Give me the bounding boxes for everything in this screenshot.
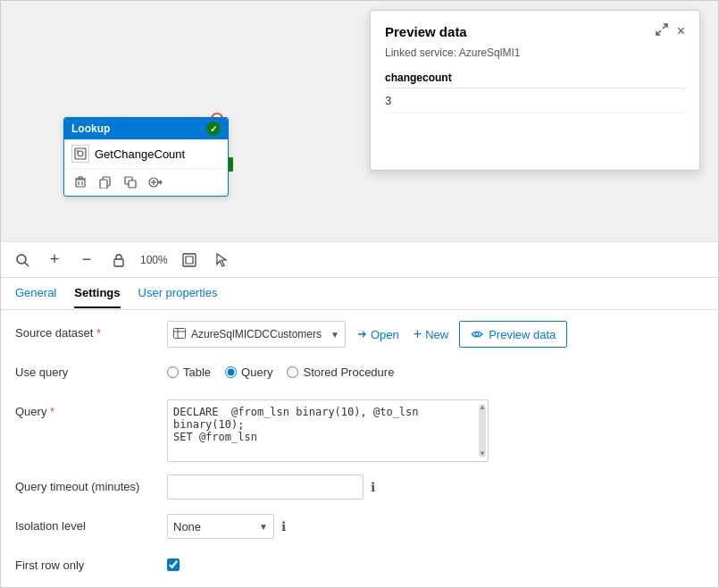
lookup-label: Lookup [71,122,110,135]
first-row-only-row: First row only [15,553,704,580]
preview-subtitle: Linked service: AzureSqlMI1 [385,46,685,59]
lookup-body: GetChangeCount [64,139,228,169]
main-container: Lookup ✓ GetChangeCount [0,0,719,588]
svg-rect-3 [76,180,85,187]
svg-line-2 [77,150,79,152]
query-scrollbar[interactable]: ▲ ▼ [479,404,486,458]
preview-table-row: 3 [385,88,685,113]
svg-point-18 [17,255,26,264]
isolation-level-row: Isolation level None ▼ ℹ [15,514,704,541]
preview-panel: Preview data × Linked service: AzureSqlM… [370,10,700,171]
first-row-only-checkbox[interactable] [167,559,180,571]
radio-table-label: Table [183,365,211,379]
radio-stored-procedure[interactable]: Stored Procedure [287,365,394,379]
isolation-level-label: Isolation level [15,514,167,533]
query-timeout-input[interactable] [167,475,364,500]
expand-icon[interactable] [656,23,668,39]
source-dataset-required: * [96,326,101,340]
svg-rect-21 [183,254,196,266]
open-dataset-button[interactable]: Open [353,328,403,341]
delete-button[interactable] [71,173,89,191]
lookup-node[interactable]: Lookup ✓ GetChangeCount [63,117,229,197]
radio-table-input[interactable] [167,366,179,378]
query-timeout-controls: ℹ [167,475,704,500]
radio-stored-procedure-label: Stored Procedure [303,365,394,379]
use-query-label: Use query [15,360,167,379]
radio-stored-procedure-input[interactable] [287,366,298,378]
isolation-level-select[interactable]: None ▼ [167,514,274,539]
svg-line-19 [25,263,29,266]
preview-panel-title: Preview data [385,24,467,39]
svg-marker-23 [217,254,226,266]
svg-rect-11 [100,180,107,189]
tab-user-properties[interactable]: User properties [138,279,218,308]
svg-rect-26 [174,328,186,338]
dataset-chevron: ▼ [330,330,339,340]
preview-data-button[interactable]: Preview data [459,321,567,348]
first-row-only-checkbox-wrap [167,553,180,571]
source-dataset-label: Source dataset * [15,321,167,340]
first-row-only-controls [167,553,704,571]
preview-header: Preview data × [385,23,685,39]
radio-group: Table Query Stored Procedure [167,360,394,379]
activity-name: GetChangeCount [95,147,185,161]
source-dataset-row: Source dataset * AzureSqlMICDCCustomers … [15,321,704,348]
add-toolbar-button[interactable]: + [44,249,65,271]
lookup-actions [64,169,228,196]
lookup-header: Lookup ✓ [64,118,228,139]
radio-query[interactable]: Query [225,365,272,379]
isolation-level-chevron: ▼ [259,522,268,532]
lookup-activity-icon [71,145,89,163]
fit-toolbar-button[interactable] [179,249,200,271]
tab-settings[interactable]: Settings [74,279,120,308]
new-dataset-button[interactable]: + New [410,327,452,341]
svg-rect-20 [114,259,123,266]
duplicate-button[interactable] [121,173,139,191]
svg-rect-0 [75,148,86,159]
isolation-level-info-icon[interactable]: ℹ [281,519,286,533]
isolation-level-value: None [173,520,255,533]
query-timeout-row: Query timeout (minutes) ℹ [15,475,704,501]
query-timeout-label: Query timeout (minutes) [15,475,167,493]
dataset-select-text: AzureSqlMICDCCustomers [191,328,325,340]
canvas-area: Lookup ✓ GetChangeCount [1,1,718,278]
zoom-toolbar-button[interactable]: 100% [140,249,168,271]
cursor-toolbar-button[interactable] [211,249,232,271]
use-query-controls: Table Query Stored Procedure [167,360,704,379]
first-row-only-label: First row only [15,553,167,572]
svg-rect-13 [129,181,136,188]
close-icon[interactable]: × [677,23,685,39]
lock-toolbar-button[interactable] [108,249,130,271]
source-dataset-select[interactable]: AzureSqlMICDCCustomers ▼ [167,321,346,348]
preview-cell-value: 3 [385,88,685,113]
query-required: * [50,405,54,418]
query-row: Query * DECLARE @from_lsn binary(10), @t… [15,399,704,462]
source-dataset-controls: AzureSqlMICDCCustomers ▼ Open + New [167,321,704,348]
copy-button[interactable] [96,173,114,191]
use-query-row: Use query Table Query Stored Procedure [15,360,704,387]
settings-content: Source dataset * AzureSqlMICDCCustomers … [1,310,718,587]
svg-rect-22 [186,256,193,264]
preview-table: changecount 3 [385,68,685,113]
query-controls: DECLARE @from_lsn binary(10), @to_lsn bi… [167,399,704,462]
radio-query-label: Query [241,365,272,379]
minus-toolbar-button[interactable]: − [76,249,97,271]
tabs-bar: General Settings User properties [1,278,718,310]
scroll-down-arrow[interactable]: ▼ [479,450,486,458]
query-label: Query * [15,399,167,418]
add-connection-button[interactable] [146,173,164,191]
query-timeout-info-icon[interactable]: ℹ [371,480,375,494]
query-textarea-wrap: DECLARE @from_lsn binary(10), @to_lsn bi… [167,399,489,462]
preview-column-header: changecount [385,68,685,88]
dataset-icon [173,328,186,341]
tab-general[interactable]: General [15,279,56,308]
preview-header-icons: × [656,23,685,39]
radio-query-input[interactable] [225,366,237,378]
isolation-level-controls: None ▼ ℹ [167,514,704,539]
check-icon: ✓ [206,122,221,136]
query-textarea[interactable]: DECLARE @from_lsn binary(10), @to_lsn bi… [168,400,488,461]
search-toolbar-button[interactable] [12,249,33,271]
radio-table[interactable]: Table [167,365,211,379]
scroll-up-arrow[interactable]: ▲ [479,404,486,411]
svg-point-29 [475,332,479,336]
